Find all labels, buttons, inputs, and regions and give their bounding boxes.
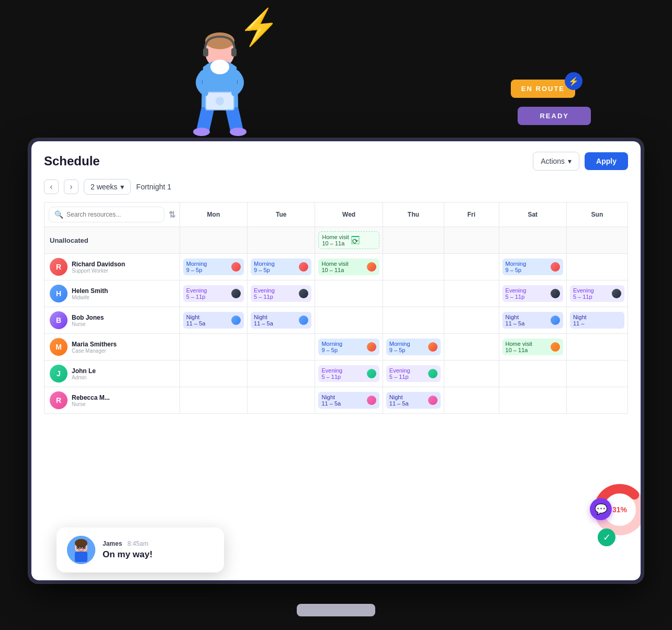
avatar: R (50, 391, 68, 409)
john-fri (444, 361, 499, 387)
shift-chip[interactable]: Evening5 – 11p (386, 365, 441, 382)
apply-button[interactable]: Apply (585, 152, 628, 170)
shift-chip[interactable]: Night11 – 5a (251, 312, 311, 329)
person-illustration (167, 26, 293, 147)
shift-chip[interactable]: Evening5 – 11p (502, 285, 563, 302)
svg-rect-16 (75, 552, 87, 562)
shift-chip[interactable]: Home visit10 – 11a (318, 258, 379, 275)
helen-thu (383, 280, 444, 307)
helen-wed (315, 280, 383, 307)
chat-bubble-button[interactable]: 💬 (590, 498, 612, 520)
search-bar[interactable]: 🔍 (49, 207, 164, 222)
table-row: M Maria Smithers Case Manager Mo (44, 334, 628, 361)
shift-chip[interactable]: Night11 – (570, 312, 624, 329)
helen-fri (444, 280, 499, 307)
helen-sat[interactable]: Evening5 – 11p (499, 280, 566, 307)
wed-header: Wed (315, 203, 383, 227)
john-thu[interactable]: Evening5 – 11p (383, 361, 444, 387)
rebecca-sun (566, 387, 628, 414)
home-visit-label: Home visit10 – 11a (322, 234, 349, 246)
prev-button[interactable]: ‹ (44, 179, 59, 194)
unallocated-tue (248, 227, 315, 254)
sun-header: Sun (566, 203, 628, 227)
unallocated-sun (566, 227, 628, 254)
shift-chip[interactable]: Evening5 – 11p (570, 285, 624, 302)
chat-sender-name: James (103, 540, 122, 547)
actions-button[interactable]: Actions ▾ (533, 152, 579, 171)
svg-point-15 (75, 539, 87, 547)
chat-content: James 8:45am On my way! (103, 540, 152, 560)
resource-role: Case Manager (72, 348, 117, 354)
chat-meta: James 8:45am (103, 540, 152, 547)
rebecca-thu[interactable]: Night11 – 5a (383, 387, 444, 414)
helen-mon[interactable]: Evening5 – 11p (180, 280, 247, 307)
shift-chip[interactable]: Home visit10 – 11a (502, 339, 563, 355)
rebecca-wed[interactable]: Night11 – 5a (315, 387, 383, 414)
chat-popup: James 8:45am On my way! (57, 527, 224, 572)
shift-chip[interactable]: Night11 – 5a (318, 392, 379, 409)
page-title: Schedule (44, 154, 100, 168)
maria-wed[interactable]: Morning9 – 5p (315, 334, 383, 361)
svg-point-6 (230, 128, 247, 136)
resource-info: H Helen Smith Midwife (50, 285, 174, 302)
shift-chip[interactable]: Night11 – 5a (386, 392, 441, 409)
tue-header: Tue (248, 203, 315, 227)
resource-name: Rebecca M... (72, 394, 110, 401)
filter-icon[interactable]: ⇅ (169, 210, 175, 220)
monitor-screen: Schedule Actions ▾ Apply ‹ › 2 weeks ▾ F… (31, 141, 641, 580)
unallocated-home-visit[interactable]: Home visit10 – 11a ⟳ (318, 231, 379, 249)
helen-tue[interactable]: Evening5 – 11p (248, 280, 315, 307)
john-sat (499, 361, 566, 387)
toolbar: ‹ › 2 weeks ▾ Fortnight 1 (44, 179, 628, 195)
bob-tue[interactable]: Night11 – 5a (248, 307, 315, 334)
unallocated-thu (383, 227, 444, 254)
shift-chip[interactable]: Morning9 – 5p (251, 258, 311, 275)
maria-sat[interactable]: Home visit10 – 11a (499, 334, 566, 361)
resource-info: R Richard Davidson Support Worker (50, 258, 174, 276)
fri-header: Fri (444, 203, 499, 227)
unallocated-wed[interactable]: Home visit10 – 11a ⟳ (315, 227, 383, 254)
period-select[interactable]: 2 weeks ▾ (84, 179, 131, 195)
shift-chip[interactable]: Night11 – 5a (183, 312, 244, 329)
unallocated-mon (180, 227, 247, 254)
resource-name: Maria Smithers (72, 341, 117, 348)
rebecca-sat (499, 387, 566, 414)
richard-mon[interactable]: Morning9 – 5p (180, 254, 247, 280)
svg-text:31%: 31% (612, 505, 628, 514)
maria-resource-cell: M Maria Smithers Case Manager (44, 334, 180, 361)
table-row: J John Le Admin Evening5 – 11p (44, 361, 628, 387)
shift-chip[interactable]: Morning9 – 5p (183, 258, 244, 275)
thu-header: Thu (383, 203, 444, 227)
richard-wed[interactable]: Home visit10 – 11a (315, 254, 383, 280)
rebecca-fri (444, 387, 499, 414)
shift-chip[interactable]: Evening5 – 11p (318, 365, 379, 382)
bob-sun[interactable]: Night11 – (566, 307, 628, 334)
search-icon: 🔍 (54, 210, 63, 219)
john-wed[interactable]: Evening5 – 11p (315, 361, 383, 387)
richard-thu (383, 254, 444, 280)
check-button[interactable]: ✓ (598, 528, 615, 546)
richard-fri (444, 254, 499, 280)
shift-chip[interactable]: Morning9 – 5p (502, 258, 563, 275)
bob-sat[interactable]: Night11 – 5a (499, 307, 566, 334)
next-button[interactable]: › (64, 179, 79, 194)
calendar-table: 🔍 ⇅ Mon Tue Wed Thu Fri Sat Sun (44, 202, 628, 414)
maria-thu[interactable]: Morning9 – 5p (383, 334, 444, 361)
chat-sender-avatar (67, 536, 95, 564)
richard-tue[interactable]: Morning9 – 5p (248, 254, 315, 280)
avatar: B (50, 311, 68, 329)
resource-role: Support Worker (72, 268, 125, 274)
table-row: H Helen Smith Midwife Evening5 – 11p (44, 280, 628, 307)
shift-chip[interactable]: Morning9 – 5p (318, 339, 379, 355)
shift-chip[interactable]: Evening5 – 11p (183, 285, 244, 302)
bob-mon[interactable]: Night11 – 5a (180, 307, 247, 334)
search-input[interactable] (66, 211, 159, 218)
unallocated-fri (444, 227, 499, 254)
shift-chip[interactable]: Evening5 – 11p (251, 285, 311, 302)
enroute-icon-circle: ⚡ (565, 72, 583, 90)
shift-chip[interactable]: Morning9 – 5p (386, 339, 441, 355)
richard-sat[interactable]: Morning9 – 5p (499, 254, 566, 280)
enroute-badge-container: EN ROUTE ⚡ (511, 80, 575, 98)
shift-chip[interactable]: Night11 – 5a (502, 312, 563, 329)
helen-sun[interactable]: Evening5 – 11p (566, 280, 628, 307)
